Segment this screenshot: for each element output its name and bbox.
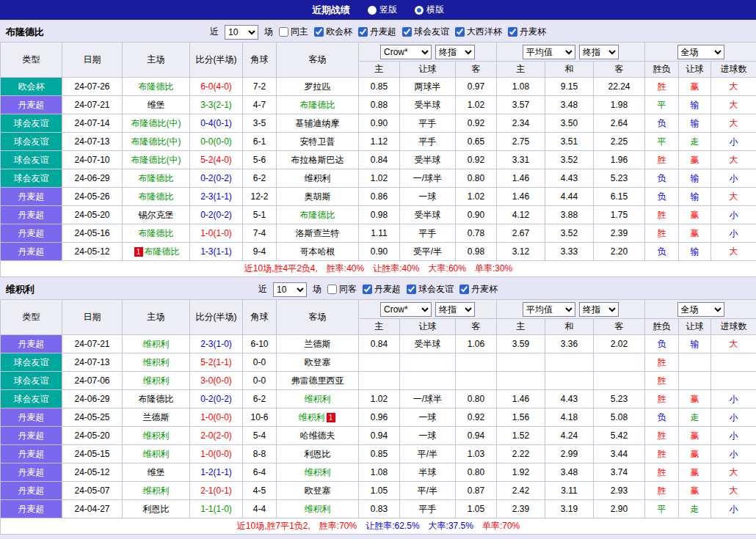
away-team-name[interactable]: 维积利 <box>299 412 325 422</box>
team-section: 维积利近10场同客丹麦超球会友谊丹麦杯类型日期主场比分(半场)角球客场Crow*… <box>0 279 756 535</box>
away-team-name[interactable]: 弗雷德里西亚 <box>291 375 344 386</box>
away-team-name[interactable]: 兰德斯 <box>305 339 331 349</box>
match-date: 24-05-15 <box>62 445 123 463</box>
away-team-name[interactable]: 欧登塞 <box>305 485 331 496</box>
home-team-name[interactable]: 维积利 <box>143 430 170 441</box>
home-team-name[interactable]: 锡尔克堡 <box>139 210 174 220</box>
competition-filter[interactable]: 球会友谊 <box>407 283 454 296</box>
average-select[interactable]: 平均值 <box>523 45 575 59</box>
home-team-name[interactable]: 布隆德比 <box>139 228 174 238</box>
competition-checkbox[interactable] <box>314 27 324 37</box>
result-outcome: 胜 <box>645 224 679 243</box>
same-venue-checkbox[interactable] <box>327 285 337 294</box>
layout-option-horizontal[interactable]: 横版 <box>415 4 444 16</box>
competition-checkbox[interactable] <box>508 27 517 37</box>
recent-prefix-label: 近 <box>258 283 267 296</box>
column-header: 类型 <box>1 300 62 335</box>
away-team-name[interactable]: 安特卫普 <box>300 136 335 147</box>
avg-stage-select[interactable]: 终指 <box>579 45 619 59</box>
away-team-name[interactable]: 哈维德夫 <box>300 430 335 441</box>
result-goals <box>711 372 756 390</box>
score-cell: 6-0(4-0) <box>190 78 243 96</box>
odds-handicap: 平手 <box>400 133 456 151</box>
away-team-name[interactable]: 哥本哈根 <box>300 246 335 257</box>
home-team-name[interactable]: 布隆德比 <box>139 191 174 202</box>
odds-stage-select[interactable]: 终指 <box>435 302 475 317</box>
home-team-name[interactable]: 利恩比 <box>143 504 170 514</box>
competition-checkbox[interactable] <box>459 285 469 294</box>
away-team-name[interactable]: 维积利 <box>305 173 331 183</box>
competition-filter[interactable]: 大西洋杯 <box>455 26 502 38</box>
home-team-name[interactable]: 兰德斯 <box>143 412 170 422</box>
match-score: 1-0(0-0) <box>200 449 232 459</box>
away-team-name[interactable]: 维积利 <box>305 504 331 514</box>
result-outcome: 胜 <box>645 482 679 500</box>
home-team-name[interactable]: 维堡 <box>148 467 165 477</box>
away-team-name[interactable]: 维积利 <box>305 467 331 477</box>
same-venue-filter[interactable]: 同主 <box>279 26 308 38</box>
home-team-name[interactable]: 布隆德比 <box>139 394 174 404</box>
odds-stage-select[interactable]: 终指 <box>435 45 475 59</box>
summary-row: 近10场,胜4平2负4,胜率:40%让胜率:40%大率:60%单率:30% <box>1 261 756 277</box>
away-team-name[interactable]: 布隆德比 <box>300 100 335 110</box>
bookmaker-select[interactable]: Crow* <box>380 45 432 59</box>
competition-label: 欧会杯 <box>326 26 352 38</box>
result-handicap: 赢 <box>679 78 711 96</box>
away-team-name[interactable]: 洛斯查兰特 <box>296 228 340 238</box>
competition-filter[interactable]: 欧会杯 <box>314 26 352 38</box>
sub-column-header: 让球 <box>679 319 711 335</box>
home-team-name[interactable]: 布隆德比(中) <box>131 118 181 128</box>
result-goals: 大 <box>711 96 756 114</box>
competition-checkbox[interactable] <box>455 27 465 37</box>
scope-select[interactable]: 全场 <box>677 302 724 317</box>
competition-checkbox[interactable] <box>358 27 368 37</box>
competition-filter[interactable]: 丹麦超 <box>358 26 396 38</box>
layout-option-vertical[interactable]: 竖版 <box>368 4 397 16</box>
home-team-name[interactable]: 维堡 <box>148 100 165 110</box>
away-team-name[interactable]: 奥胡斯 <box>305 191 331 202</box>
scope-select[interactable]: 全场 <box>677 45 724 59</box>
away-team-name[interactable]: 利恩比 <box>305 449 331 459</box>
competition-filter[interactable]: 丹麦超 <box>363 283 401 296</box>
away-team-name[interactable]: 基辅迪纳摩 <box>296 118 340 128</box>
vertical-radio[interactable] <box>368 6 377 15</box>
away-team-name[interactable]: 欧登塞 <box>305 357 331 367</box>
avg-stage-select[interactable]: 终指 <box>579 302 619 317</box>
recent-count-select[interactable]: 10 <box>273 282 307 297</box>
same-venue-checkbox[interactable] <box>279 27 288 37</box>
home-team-name[interactable]: 布隆德比 <box>139 81 174 92</box>
competition-filter[interactable]: 丹麦杯 <box>508 26 546 38</box>
home-team-name[interactable]: 布隆德比 <box>145 246 180 257</box>
home-team-name[interactable]: 维积利 <box>143 339 170 349</box>
average-select[interactable]: 平均值 <box>523 302 575 317</box>
competition-checkbox[interactable] <box>407 285 416 294</box>
home-team-name[interactable]: 布隆德比 <box>139 173 174 183</box>
competition-filter[interactable]: 丹麦杯 <box>459 283 498 296</box>
bookmaker-select[interactable]: Crow* <box>380 302 432 317</box>
home-team-name[interactable]: 布隆德比(中) <box>131 155 181 165</box>
home-team-cell: 利恩比 <box>123 500 190 518</box>
away-team-name[interactable]: 维积利 <box>305 394 331 404</box>
recent-count-select[interactable]: 10 <box>225 25 258 40</box>
match-score: 0-4(0-1) <box>200 118 232 128</box>
avg-draw: 3.19 <box>545 500 594 518</box>
result-handicap: 走 <box>679 408 711 427</box>
home-team-name[interactable]: 维积利 <box>143 375 170 386</box>
same-venue-filter[interactable]: 同客 <box>327 283 357 296</box>
home-team-name[interactable]: 维积利 <box>143 449 170 459</box>
home-team-name[interactable]: 维积利 <box>143 485 170 496</box>
home-team-name[interactable]: 布隆德比(中) <box>131 136 181 147</box>
competition-checkbox[interactable] <box>363 285 372 294</box>
away-team-name[interactable]: 布隆德比 <box>300 210 335 220</box>
home-team-name[interactable]: 维积利 <box>143 357 170 367</box>
away-team-name[interactable]: 布拉格斯巴达 <box>291 155 344 165</box>
avg-home: 2.22 <box>497 445 545 463</box>
home-team-cell: 布隆德比 <box>123 390 190 408</box>
competition-filter[interactable]: 球会友谊 <box>402 26 449 38</box>
avg-draw: 3.52 <box>545 224 594 243</box>
recent-suffix-label: 场 <box>264 26 273 38</box>
away-team-name[interactable]: 罗拉匹 <box>305 81 331 92</box>
competition-checkbox[interactable] <box>402 27 412 37</box>
league-badge: 丹麦超 <box>1 335 62 353</box>
horizontal-radio[interactable] <box>415 6 424 15</box>
